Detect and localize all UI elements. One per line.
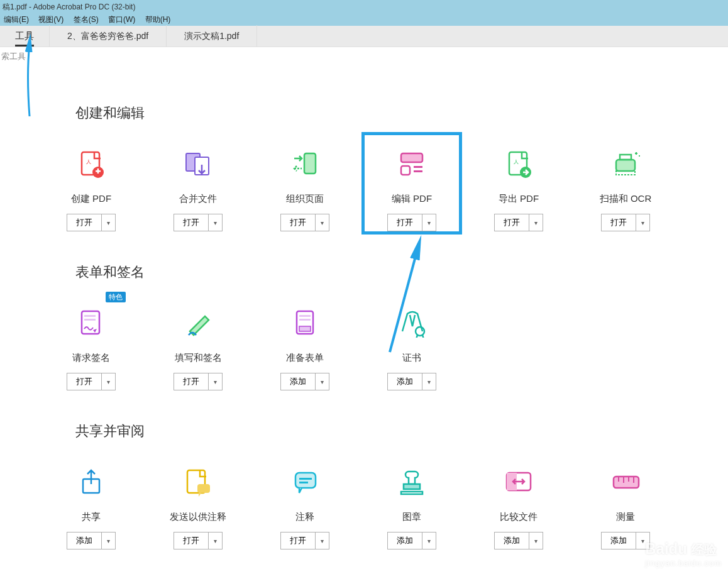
section-title: 创建和编辑 xyxy=(75,104,728,123)
tool-action-button[interactable]: 添加 xyxy=(280,373,316,390)
tool-action-dropdown[interactable]: ▾ xyxy=(209,532,223,549)
tool-action-dropdown[interactable]: ▾ xyxy=(209,373,223,390)
menu-sign[interactable]: 签名(S) xyxy=(71,14,104,26)
tool-label: 填写和签名 xyxy=(145,352,251,364)
tool-action-button[interactable]: 打开 xyxy=(494,214,529,231)
tool-action-dropdown[interactable]: ▾ xyxy=(422,373,436,390)
tool-request-sign[interactable]: 特色请求签名打开▾ xyxy=(38,288,145,397)
tool-action-button[interactable]: 打开 xyxy=(174,214,209,231)
tool-action-dropdown[interactable]: ▾ xyxy=(422,532,436,549)
tool-fill-sign[interactable]: 填写和签名打开▾ xyxy=(145,288,251,397)
section-title: 表单和签名 xyxy=(75,263,728,282)
tool-edit-pdf[interactable]: 编辑 PDF打开▾ xyxy=(358,129,465,238)
tool-prepare-form[interactable]: 准备表单添加▾ xyxy=(251,288,358,397)
tool-scan-ocr[interactable]: 扫描和 OCR打开▾ xyxy=(572,129,679,238)
tool-grid: 共享添加▾发送以供注释打开▾注释打开▾图章添加▾比较文件添加▾测量添加▾ xyxy=(0,447,728,556)
tool-label: 扫描和 OCR xyxy=(572,193,679,205)
request-sign-icon xyxy=(38,307,145,339)
tool-action-dropdown[interactable]: ▾ xyxy=(529,532,543,549)
watermark: Baidu 经验 jingyan.baidu.com xyxy=(645,540,722,568)
tool-label: 证书 xyxy=(358,352,465,364)
stamp-icon xyxy=(358,466,465,499)
tool-stamp[interactable]: 图章添加▾ xyxy=(358,447,465,556)
tool-action-button[interactable]: 打开 xyxy=(174,373,209,390)
tool-certificate[interactable]: 证书添加▾ xyxy=(358,288,465,397)
tool-label: 注释 xyxy=(251,511,358,523)
export-pdf-icon xyxy=(465,148,572,180)
tabbar: 工具 2、富爸爸穷爸爸.pdf 演示文稿1.pdf xyxy=(0,26,728,47)
tool-action-dropdown[interactable]: ▾ xyxy=(529,214,543,231)
tool-action-dropdown[interactable]: ▾ xyxy=(102,373,116,390)
tool-label: 共享 xyxy=(38,511,145,523)
search-tools-label: 索工具 xyxy=(0,47,728,66)
tool-action-dropdown[interactable]: ▾ xyxy=(316,532,329,549)
tool-action-button[interactable]: 添加 xyxy=(67,532,102,549)
menu-window[interactable]: 窗口(W) xyxy=(106,14,140,26)
menubar: 编辑(E) 视图(V) 签名(S) 窗口(W) 帮助(H) xyxy=(0,13,728,26)
tool-label: 导出 PDF xyxy=(465,193,572,205)
tool-action-button[interactable]: 打开 xyxy=(280,532,316,549)
tool-action-dropdown[interactable]: ▾ xyxy=(636,214,650,231)
tool-action-dropdown[interactable]: ▾ xyxy=(102,532,116,549)
tool-action-button[interactable]: 添加 xyxy=(387,373,422,390)
tool-comment[interactable]: 注释打开▾ xyxy=(251,447,358,556)
edit-pdf-icon xyxy=(358,148,465,180)
share-icon xyxy=(38,466,145,499)
tool-action-button[interactable]: 打开 xyxy=(387,214,422,231)
tool-action-dropdown[interactable]: ▾ xyxy=(102,214,116,231)
comment-icon xyxy=(251,466,358,499)
tool-label: 创建 PDF xyxy=(38,193,145,205)
badge: 特色 xyxy=(106,292,126,302)
tool-combine[interactable]: 合并文件打开▾ xyxy=(145,129,251,238)
tool-label: 准备表单 xyxy=(251,352,358,364)
tool-action-button[interactable]: 添加 xyxy=(494,532,529,549)
section-title: 共享并审阅 xyxy=(75,422,728,441)
tool-action-button[interactable]: 打开 xyxy=(174,532,209,549)
tool-action-button[interactable]: 打开 xyxy=(601,214,636,231)
fill-sign-icon xyxy=(145,307,251,339)
create-pdf-icon xyxy=(38,148,145,180)
tool-compare[interactable]: 比较文件添加▾ xyxy=(465,447,572,556)
prepare-form-icon xyxy=(251,307,358,339)
tool-action-dropdown[interactable]: ▾ xyxy=(209,214,223,231)
combine-icon xyxy=(145,148,251,180)
organize-icon xyxy=(251,148,358,180)
tool-label: 合并文件 xyxy=(145,193,251,205)
compare-icon xyxy=(465,466,572,499)
menu-help[interactable]: 帮助(H) xyxy=(143,14,176,26)
tool-action-button[interactable]: 打开 xyxy=(67,214,102,231)
tool-action-dropdown[interactable]: ▾ xyxy=(316,214,329,231)
tool-label: 测量 xyxy=(572,511,679,523)
tool-label: 比较文件 xyxy=(465,511,572,523)
menu-edit[interactable]: 编辑(E) xyxy=(1,14,34,26)
tool-organize[interactable]: 组织页面打开▾ xyxy=(251,129,358,238)
tool-grid: 特色请求签名打开▾填写和签名打开▾准备表单添加▾证书添加▾ xyxy=(0,288,728,397)
tab-file-2[interactable]: 演示文稿1.pdf xyxy=(167,25,257,47)
certificate-icon xyxy=(358,307,465,339)
tool-share[interactable]: 共享添加▾ xyxy=(38,447,145,556)
tool-action-button[interactable]: 添加 xyxy=(387,532,422,549)
tool-label: 组织页面 xyxy=(251,193,358,205)
tool-action-button[interactable]: 打开 xyxy=(67,373,102,390)
tool-label: 编辑 PDF xyxy=(358,193,465,205)
tool-action-dropdown[interactable]: ▾ xyxy=(316,373,329,390)
tool-create-pdf[interactable]: 创建 PDF打开▾ xyxy=(38,129,145,238)
tool-send-comment[interactable]: 发送以供注释打开▾ xyxy=(145,447,251,556)
measure-icon xyxy=(572,466,679,499)
tab-tools[interactable]: 工具 xyxy=(0,25,50,47)
tool-action-dropdown[interactable]: ▾ xyxy=(422,214,436,231)
tool-action-button[interactable]: 打开 xyxy=(280,214,316,231)
tab-file-1[interactable]: 2、富爸爸穷爸爸.pdf xyxy=(50,25,167,47)
tool-label: 发送以供注释 xyxy=(145,511,251,523)
tool-label: 图章 xyxy=(358,511,465,523)
tool-label: 请求签名 xyxy=(38,352,145,364)
send-comment-icon xyxy=(145,466,251,499)
tool-action-button[interactable]: 添加 xyxy=(601,532,636,549)
menu-view[interactable]: 视图(V) xyxy=(36,14,69,26)
scan-ocr-icon xyxy=(572,148,679,180)
tool-grid: 创建 PDF打开▾合并文件打开▾组织页面打开▾编辑 PDF打开▾导出 PDF打开… xyxy=(0,129,728,238)
window-title: 稿1.pdf - Adobe Acrobat Pro DC (32-bit) xyxy=(0,0,728,13)
tool-export-pdf[interactable]: 导出 PDF打开▾ xyxy=(465,129,572,238)
